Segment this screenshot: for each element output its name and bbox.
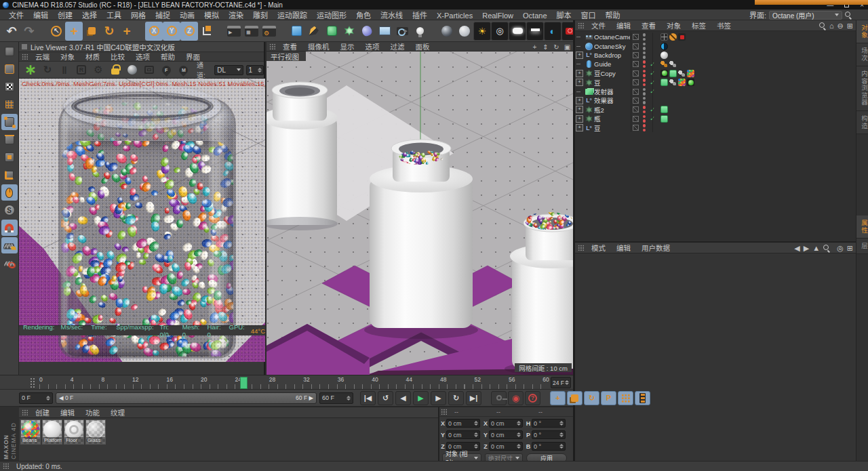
menu-item[interactable]: 工具	[102, 12, 126, 20]
lock-x-icon[interactable]: X	[145, 22, 163, 41]
move-icon[interactable]: +	[65, 22, 83, 41]
menu-item[interactable]: 对象	[661, 20, 686, 30]
camera-icon[interactable]	[393, 22, 411, 41]
vp-pan-icon[interactable]: +	[530, 43, 539, 51]
orangedots-tag[interactable]	[660, 60, 668, 68]
enable-toggle[interactable]	[648, 115, 656, 122]
object-row[interactable]: OctaneSky	[575, 41, 856, 50]
search-icon[interactable]	[845, 12, 852, 18]
goto-start-button[interactable]: |◀	[360, 391, 376, 405]
generators-icon[interactable]	[340, 22, 358, 41]
object-row[interactable]: 豆Copy	[575, 69, 856, 78]
object-name[interactable]: OctaneCamera	[594, 33, 630, 41]
menu-item[interactable]: 脚本	[552, 12, 576, 20]
am-back-icon[interactable]: ◀	[794, 244, 800, 253]
object-name[interactable]: 豆	[594, 78, 630, 87]
dock-tab[interactable]: 层	[856, 239, 868, 255]
visibility-dots[interactable]	[642, 52, 646, 59]
timeline-playhead[interactable]	[240, 377, 248, 389]
magnet-snap-icon[interactable]	[1, 220, 18, 236]
edges-mode-icon[interactable]	[1, 131, 18, 148]
material-swatch[interactable]: Floor	[64, 419, 84, 445]
lv-pick-material-icon[interactable]	[125, 63, 140, 77]
octane-diffuse-material-icon[interactable]	[456, 22, 473, 41]
scale-icon[interactable]	[83, 22, 100, 41]
menu-item[interactable]: 过滤	[385, 41, 410, 52]
expand-toggle[interactable]	[575, 97, 584, 104]
enable-axis-icon[interactable]	[1, 167, 18, 183]
spline-pen-icon[interactable]	[305, 22, 323, 41]
enable-toggle[interactable]	[648, 88, 656, 95]
octane-mix-icon[interactable]: ◐	[544, 22, 561, 41]
keyframe-selection-button[interactable]: ?	[525, 391, 540, 405]
visibility-dots[interactable]	[642, 115, 646, 123]
menu-item[interactable]: 插件	[408, 12, 432, 20]
menu-item[interactable]: 查看	[636, 20, 661, 30]
lv-settings-icon[interactable]: ⚙	[91, 63, 106, 77]
drag-grip-icon[interactable]	[578, 245, 585, 251]
render-settings-icon[interactable]	[260, 22, 278, 41]
material-swatch[interactable]: Beans	[20, 419, 41, 445]
timeline-panel-button[interactable]	[635, 391, 650, 405]
expand-toggle[interactable]	[575, 70, 584, 77]
beans-tag[interactable]	[687, 70, 694, 77]
planar-workplane-icon[interactable]	[1, 255, 18, 271]
object-name[interactable]: 豆	[594, 123, 630, 133]
size-input[interactable]: 0 cm	[489, 430, 523, 439]
object-row[interactable]: OctaneCamera	[575, 33, 856, 41]
lv-lock-resolution-icon[interactable]	[108, 63, 123, 77]
layer-toggle[interactable]	[633, 106, 639, 112]
current-frame-input[interactable]: 24 F	[551, 377, 571, 388]
greenrect-tag[interactable]	[669, 70, 677, 77]
object-name[interactable]: 发射器	[594, 87, 630, 96]
lock-z-icon[interactable]: Z	[180, 22, 198, 41]
polygons-mode-icon[interactable]	[1, 149, 18, 165]
next-frame-button[interactable]: ▶	[431, 391, 446, 405]
record-keyframe-button[interactable]	[491, 391, 507, 405]
menu-item[interactable]: 标签	[686, 20, 711, 30]
texture-mode-icon[interactable]	[1, 79, 18, 95]
prev-frame-button[interactable]: ◀	[395, 391, 411, 405]
expand-toggle[interactable]	[575, 124, 584, 131]
object-row[interactable]: 发射器	[575, 87, 856, 96]
octane-ies-light-icon[interactable]: ◎	[491, 22, 509, 41]
menu-item[interactable]: 纹理	[105, 407, 130, 417]
menu-item[interactable]: 网格	[126, 12, 151, 20]
menu-item[interactable]: 捕捉	[151, 12, 175, 20]
live-selection-icon[interactable]: ↖	[47, 22, 65, 41]
visibility-dots[interactable]	[642, 70, 646, 77]
start-frame-input[interactable]: 0 F	[19, 392, 53, 404]
key-rotation-toggle[interactable]: ↻	[584, 391, 599, 405]
am-mode-icon[interactable]: ◎	[837, 244, 844, 253]
live-viewer-titlebar[interactable]: Live Viewer 3.07-R1 中国C4D联盟中文汉化版	[19, 42, 264, 52]
menu-item[interactable]: 编辑	[611, 20, 636, 30]
environment-icon[interactable]	[376, 22, 393, 41]
material-swatch[interactable]: Platform	[42, 419, 62, 445]
tag-list[interactable]	[660, 60, 677, 68]
object-name[interactable]: 效果器	[594, 96, 630, 105]
menu-item[interactable]: 创建	[30, 407, 55, 417]
om-add-icon[interactable]: ⊞	[847, 22, 853, 30]
drag-grip-icon[interactable]	[578, 22, 585, 29]
menu-item[interactable]: 帮助	[601, 12, 625, 20]
last-tool-icon[interactable]: +	[118, 22, 136, 41]
greenrect-tag[interactable]	[660, 79, 668, 86]
region-render-icon[interactable]: R	[74, 63, 89, 77]
enable-toggle[interactable]	[648, 70, 656, 77]
menu-item[interactable]: 模式	[586, 243, 611, 253]
tag-list[interactable]	[660, 33, 686, 41]
menu-item[interactable]: 窗口	[576, 12, 601, 20]
menu-item[interactable]: 云端	[30, 52, 55, 62]
visibility-dots[interactable]	[642, 79, 646, 86]
object-name[interactable]: Guide	[594, 60, 630, 68]
object-name[interactable]: OctaneSky	[594, 43, 630, 50]
menu-item[interactable]: 比较	[105, 52, 130, 62]
make-editable-icon[interactable]	[1, 43, 18, 60]
crosshair-tag[interactable]	[660, 33, 668, 41]
visibility-dots[interactable]	[642, 106, 646, 113]
menu-item[interactable]: 书签	[711, 20, 736, 30]
menu-item[interactable]: 帮助	[155, 52, 180, 62]
menu-item[interactable]: 选择	[77, 12, 102, 20]
object-row[interactable]: 豆	[575, 78, 856, 87]
halfblue-tag[interactable]	[660, 43, 668, 50]
